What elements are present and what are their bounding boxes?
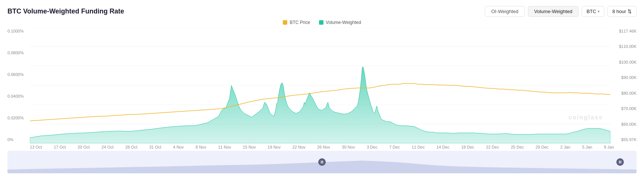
x-label-6: 4 Nov [173,145,184,149]
x-label-9: 15 Nov [243,145,256,149]
handle-bar-2 [322,161,323,164]
x-label-8: 11 Nov [218,145,231,149]
x-label-23: 5 Jan [582,145,592,149]
legend-item-volume-weighted: Volume-Weighted [319,20,361,25]
handle-bar-1 [321,161,322,164]
y-right-label-1: $110.00K [610,44,637,49]
minimap[interactable] [7,151,637,173]
watermark: coinglass [569,114,603,121]
y-label-5: 0% [7,137,30,142]
x-label-19: 22 Dec [486,145,499,149]
chart-area: BTC Price Volume-Weighted 0.1000% 0.0800… [0,20,644,173]
x-label-18: 18 Dec [461,145,474,149]
y-axis-right: $117.46K $110.00K $100.00K $90.00K $80.0… [610,27,637,143]
minimap-right-handle[interactable] [616,158,624,166]
y-right-label-7: $55.97K [610,137,637,142]
x-label-13: 30 Nov [342,145,355,149]
up-down-icon: ⇅ [628,9,632,14]
y-label-2: 0.0600% [7,72,30,77]
main-chart-svg [30,27,610,143]
y-right-label-5: $70.00K [610,106,637,111]
x-label-4: 28 Oct [126,145,137,149]
y-right-label-6: $60.00K [610,122,637,127]
btc-price-label: BTC Price [290,20,310,25]
interval-selector[interactable]: 8 hour ⇅ [607,6,637,17]
chevron-down-icon: ▾ [598,9,600,13]
header-row: BTC Volume-Weighted Funding Rate OI-Weig… [0,6,644,20]
chart-wrapper: 0.1000% 0.0800% 0.0600% 0.0400% 0.0200% … [7,27,637,143]
x-label-24: 9 Jan [604,145,614,149]
handle-bar-4 [620,161,621,164]
y-right-label-2: $100.00K [610,60,637,64]
x-label-12: 26 Nov [317,145,330,149]
x-label-15: 7 Dec [389,145,400,149]
x-label-20: 25 Dec [511,145,524,149]
x-axis: 13 Oct 17 Oct 20 Oct 24 Oct 28 Oct 31 Oc… [7,143,637,151]
minimap-left-handle[interactable] [318,158,326,166]
y-right-label-0: $117.46K [610,29,637,33]
asset-label: BTC [586,9,596,14]
y-right-label-4: $80.00K [610,91,637,95]
x-label-22: 2 Jan [560,145,570,149]
tab-oi-weighted[interactable]: OI-Weighted [485,6,525,17]
volume-weighted-legend-dot [319,20,323,25]
tab-volume-weighted[interactable]: Volume-Weighted [528,6,579,17]
interval-label: 8 hour [612,9,626,14]
x-label-0: 13 Oct [30,145,42,149]
x-label-14: 3 Dec [367,145,378,149]
x-label-7: 8 Nov [195,145,206,149]
page-container: BTC Volume-Weighted Funding Rate OI-Weig… [0,0,644,192]
btc-price-legend-dot [283,20,287,25]
x-label-10: 19 Nov [267,145,281,149]
y-label-4: 0.0200% [7,116,30,120]
y-label-1: 0.0800% [7,51,30,55]
handle-bar-3 [619,161,620,164]
controls: OI-Weighted Volume-Weighted BTC ▾ 8 hour… [485,6,637,17]
x-label-21: 29 Dec [536,145,549,149]
x-label-3: 24 Oct [102,145,114,149]
volume-weighted-label: Volume-Weighted [326,20,361,25]
x-label-2: 20 Oct [78,145,90,149]
legend: BTC Price Volume-Weighted [7,20,637,25]
chart-title: BTC Volume-Weighted Funding Rate [7,7,124,15]
x-label-17: 14 Dec [436,145,449,149]
y-axis-left: 0.1000% 0.0800% 0.0600% 0.0400% 0.0200% … [7,27,30,143]
asset-dropdown[interactable]: BTC ▾ [582,6,604,17]
x-label-11: 22 Nov [292,145,306,149]
y-label-3: 0.0400% [7,94,30,98]
x-label-1: 17 Oct [54,145,66,149]
x-label-16: 11 Dec [412,145,425,149]
y-right-label-3: $90.00K [610,75,637,80]
x-label-5: 31 Oct [149,145,161,149]
legend-item-btc-price: BTC Price [283,20,310,25]
teal-area [30,67,610,143]
y-label-0: 0.1000% [7,29,30,33]
